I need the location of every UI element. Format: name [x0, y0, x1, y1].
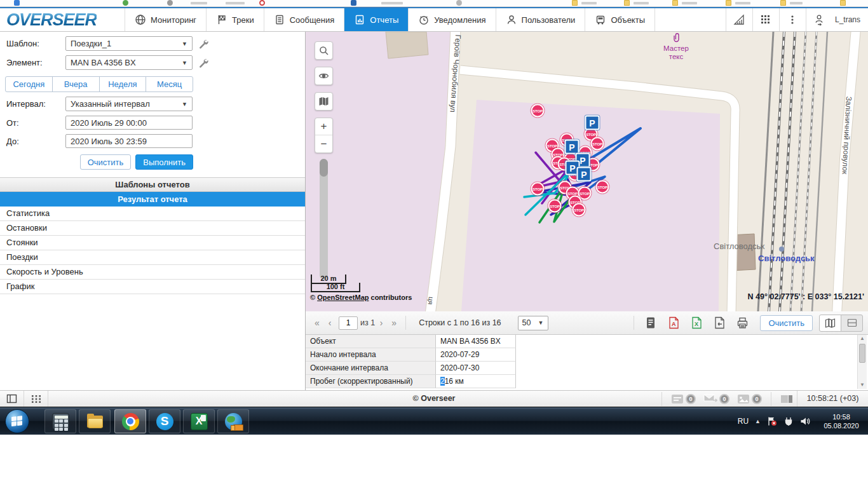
clear-form-button[interactable]: Очистить: [80, 154, 132, 170]
current-username[interactable]: L_trans: [832, 8, 868, 31]
sidebar-item-statistics[interactable]: Статистика: [0, 207, 305, 221]
table-row[interactable]: Начало интервала 2020-07-29 00:00:00: [306, 348, 868, 362]
taskbar-tracker-app[interactable]: [217, 409, 249, 433]
openstreetmap-link[interactable]: OpenStreetMap: [317, 294, 369, 301]
bookmark-folder-icon[interactable]: [840, 0, 846, 6]
scroll-down-arrow[interactable]: ▼: [858, 381, 867, 389]
account-switch-button[interactable]: [806, 8, 832, 31]
bookmark-folder-icon[interactable]: [780, 0, 786, 6]
page-size-select[interactable]: 50▼: [518, 316, 548, 330]
tab-messages[interactable]: Сообщения: [264, 8, 344, 31]
print-button[interactable]: [734, 315, 750, 330]
map-layers-button[interactable]: [315, 92, 333, 111]
sidebar-item-stops[interactable]: Остановки: [0, 221, 305, 236]
language-indicator[interactable]: RU: [738, 417, 749, 426]
bookmark-icon[interactable]: [14, 0, 20, 6]
template-select[interactable]: Поездки_1▼: [65, 36, 193, 51]
start-button[interactable]: [5, 409, 29, 433]
taskbar-explorer[interactable]: [79, 409, 111, 433]
sidebar-item-trips[interactable]: Поездки: [0, 250, 305, 265]
taskbar-chrome[interactable]: [114, 409, 146, 433]
action-center-flag-icon[interactable]: [767, 416, 777, 426]
map-view[interactable]: STOPSTOPSTOPSTOPSTOPSTOPSTOPSTOPSTOPSTOP…: [306, 32, 868, 311]
table-scrollbar[interactable]: ▲ ▼: [857, 335, 867, 389]
stop-marker[interactable]: STOP: [531, 182, 545, 196]
tab-monitoring[interactable]: Мониторинг: [125, 8, 206, 31]
apps-grid-button[interactable]: [752, 8, 779, 31]
last-page-button[interactable]: »: [388, 318, 400, 328]
parking-marker[interactable]: P: [585, 116, 600, 130]
sidebar-item-chart[interactable]: График: [0, 280, 305, 294]
taskbar-calculator[interactable]: [44, 409, 76, 433]
sidebar-item-parkings[interactable]: Стоянки: [0, 236, 305, 250]
stop-marker[interactable]: STOP: [596, 180, 609, 194]
next-page-button[interactable]: ›: [375, 318, 388, 328]
messages-counter[interactable]: 0: [703, 394, 729, 404]
bookmark-icon[interactable]: [351, 0, 356, 6]
bookmark-icon[interactable]: [123, 0, 128, 6]
split-view-toggle[interactable]: [841, 315, 863, 332]
table-row[interactable]: Окончание интервала 2020-07-30 23:59:59: [306, 362, 868, 375]
parking-marker[interactable]: P: [565, 140, 580, 154]
range-today-button[interactable]: Сегодня: [5, 76, 53, 92]
run-report-button[interactable]: Выполнить: [135, 154, 193, 170]
tab-tracks[interactable]: Треки: [206, 8, 264, 31]
volume-icon[interactable]: [800, 416, 811, 426]
stop-marker[interactable]: STOP: [591, 137, 604, 151]
bookmark-folder-icon[interactable]: [726, 0, 731, 6]
power-plug-icon[interactable]: [783, 416, 794, 426]
stop-marker[interactable]: STOP: [573, 203, 586, 217]
sidebar-item-speed-level[interactable]: Скорость и Уровень: [0, 265, 305, 280]
tab-reports[interactable]: Отчеты: [344, 8, 408, 31]
parking-marker[interactable]: P: [577, 167, 592, 182]
bookmark-icon[interactable]: [456, 0, 462, 6]
element-settings-wrench-icon[interactable]: [198, 58, 208, 68]
tray-expand-icon[interactable]: ▲: [755, 418, 761, 424]
bookmark-folder-icon[interactable]: [624, 0, 630, 6]
taskbar-clock[interactable]: 10:58 05.08.2020: [817, 412, 865, 430]
stop-marker[interactable]: STOP: [531, 104, 545, 118]
scrollbar-thumb[interactable]: [859, 344, 865, 363]
zoom-out-button[interactable]: −: [315, 135, 332, 152]
zoom-slider[interactable]: [320, 159, 328, 280]
export-file-button[interactable]: [711, 315, 728, 330]
scroll-up-arrow[interactable]: ▲: [858, 335, 867, 342]
table-row[interactable]: Пробег (скорректированный) 216 км: [306, 375, 868, 388]
table-row[interactable]: Объект MAN BA 4356 BX: [306, 335, 868, 348]
element-select[interactable]: MAN BA 4356 BX▼: [65, 55, 193, 70]
report-view-button[interactable]: [642, 315, 659, 330]
bookmark-folder-icon[interactable]: [572, 0, 578, 6]
panel-layout-button[interactable]: [780, 395, 793, 403]
bookmark-icon[interactable]: [259, 0, 265, 6]
map-view-toggle[interactable]: [819, 315, 841, 332]
to-datetime-input[interactable]: [65, 134, 193, 148]
clear-results-button[interactable]: Очистить: [760, 315, 813, 331]
first-page-button[interactable]: «: [311, 318, 323, 328]
template-settings-wrench-icon[interactable]: [198, 39, 208, 49]
media-counter[interactable]: 0: [737, 394, 762, 404]
interval-select[interactable]: Указанный интервал▼: [65, 97, 193, 111]
bookmark-folder-icon[interactable]: [672, 0, 678, 6]
taskbar-skype[interactable]: S: [149, 409, 180, 433]
range-yesterday-button[interactable]: Вчера: [52, 76, 100, 92]
zoom-slider-thumb[interactable]: [320, 159, 328, 177]
tab-users[interactable]: Пользователи: [496, 8, 585, 31]
prev-page-button[interactable]: ‹: [323, 318, 336, 328]
taskbar-excel[interactable]: X: [183, 409, 215, 433]
export-pdf-button[interactable]: A: [665, 315, 682, 330]
export-excel-button[interactable]: X: [688, 315, 705, 330]
section-report-result[interactable]: Результат отчета: [0, 192, 305, 207]
range-week-button[interactable]: Неделя: [99, 76, 147, 92]
page-number-input[interactable]: [339, 316, 358, 330]
zoom-in-button[interactable]: +: [315, 118, 332, 135]
app-logo[interactable]: OVERSEER: [0, 8, 125, 31]
range-month-button[interactable]: Месяц: [146, 76, 193, 92]
tab-objects[interactable]: Объекты: [585, 8, 655, 31]
measure-tool-button[interactable]: [726, 8, 752, 31]
stop-marker[interactable]: STOP: [548, 200, 562, 213]
bookmark-icon[interactable]: [167, 0, 173, 6]
more-menu-button[interactable]: [779, 8, 806, 31]
events-counter[interactable]: 0: [671, 394, 696, 404]
map-search-button[interactable]: [315, 41, 333, 60]
from-datetime-input[interactable]: [65, 116, 193, 130]
